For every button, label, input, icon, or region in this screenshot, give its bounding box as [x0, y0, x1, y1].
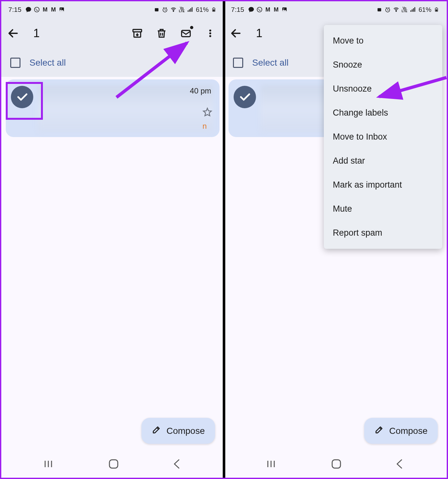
compose-button[interactable]: Compose	[364, 418, 438, 444]
selection-check-icon[interactable]	[234, 86, 256, 108]
svg-rect-3	[155, 8, 158, 11]
svg-rect-12	[213, 9, 215, 11]
svg-rect-9	[192, 7, 193, 12]
svg-rect-13	[133, 29, 142, 32]
email-time: 40 pm	[190, 86, 211, 95]
svg-rect-34	[436, 8, 437, 8]
menu-add-star[interactable]: Add star	[324, 149, 442, 173]
m-icon-2: M	[50, 6, 57, 13]
android-navbar	[1, 451, 224, 478]
svg-rect-31	[413, 8, 414, 12]
svg-rect-6	[188, 11, 188, 12]
gallery-icon	[59, 6, 65, 13]
screenshot-divider	[223, 1, 225, 478]
android-navbar	[224, 451, 447, 478]
chat-icon	[248, 6, 254, 13]
svg-point-25	[283, 8, 284, 9]
wifi-icon	[393, 6, 399, 13]
nav-home-icon[interactable]	[331, 459, 342, 471]
svg-point-28	[396, 11, 397, 12]
nav-recents-icon[interactable]	[267, 459, 277, 470]
email-preview-redacted	[38, 85, 213, 132]
select-all-label: Select all	[252, 58, 289, 68]
gallery-icon	[281, 6, 288, 13]
nav-back-icon[interactable]	[395, 459, 404, 471]
pencil-icon	[374, 425, 384, 437]
svg-rect-8	[190, 8, 191, 12]
select-all-label: Select all	[29, 58, 66, 68]
whatsapp-icon	[34, 6, 40, 13]
svg-point-0	[34, 7, 39, 12]
card-icon	[376, 6, 383, 13]
overflow-menu: Move to Snooze Unsnooze Change labels Mo…	[324, 25, 442, 249]
menu-unsnooze[interactable]: Unsnooze	[324, 77, 442, 101]
status-time: 7:15	[231, 6, 244, 13]
email-orange-text: n	[203, 122, 207, 131]
selection-toolbar: 1	[1, 18, 224, 49]
svg-point-16	[209, 32, 211, 34]
svg-rect-32	[414, 7, 415, 12]
nav-home-icon[interactable]	[108, 459, 119, 471]
chat-icon	[25, 6, 32, 13]
menu-mute[interactable]: Mute	[324, 197, 442, 221]
svg-rect-35	[436, 9, 437, 11]
volte-icon: VoLTE	[401, 6, 408, 13]
m-icon-1: M	[42, 6, 48, 13]
battery-percent: 61%	[196, 6, 209, 13]
svg-rect-39	[332, 460, 340, 468]
signal-icon	[410, 6, 416, 13]
svg-point-5	[173, 11, 174, 12]
phone-left: 7:15 M M VoLTE	[1, 1, 224, 478]
mark-unread-icon[interactable]	[180, 27, 192, 39]
status-bar: 7:15 M M VoLTE	[1, 1, 224, 18]
svg-point-15	[209, 29, 211, 31]
nav-back-icon[interactable]	[172, 459, 181, 471]
svg-point-23	[257, 7, 262, 12]
battery-percent: 61%	[419, 6, 431, 13]
overflow-menu-icon[interactable]	[204, 27, 216, 39]
battery-icon	[433, 6, 440, 13]
phone-right: 7:15 M M VoLTE	[224, 1, 447, 478]
select-all-checkbox[interactable]	[10, 58, 20, 68]
compose-label: Compose	[389, 426, 428, 436]
star-icon[interactable]	[202, 107, 212, 118]
menu-report-spam[interactable]: Report spam	[324, 221, 442, 245]
menu-mark-important[interactable]: Mark as important	[324, 173, 442, 197]
svg-rect-21	[109, 460, 118, 468]
back-icon[interactable]	[7, 27, 19, 39]
card-icon	[154, 6, 160, 13]
svg-rect-7	[189, 9, 190, 12]
back-icon[interactable]	[230, 27, 242, 39]
svg-rect-11	[213, 8, 214, 8]
select-all-row[interactable]: Select all	[1, 49, 224, 77]
m-icon-1: M	[265, 6, 271, 13]
select-all-checkbox[interactable]	[233, 58, 243, 68]
archive-icon[interactable]	[131, 27, 143, 39]
whatsapp-icon	[256, 6, 263, 13]
signal-icon	[187, 6, 193, 13]
status-bar: 7:15 M M VoLTE	[224, 1, 447, 18]
alarm-icon	[385, 6, 391, 13]
menu-move-to[interactable]: Move to	[324, 29, 442, 53]
battery-icon	[211, 6, 217, 13]
menu-move-to-inbox[interactable]: Move to Inbox	[324, 125, 442, 149]
svg-rect-26	[378, 8, 381, 11]
volte-icon: VoLTE	[179, 6, 185, 13]
compose-button[interactable]: Compose	[141, 418, 215, 444]
alarm-icon	[162, 6, 168, 13]
annotation-highlight	[6, 82, 43, 120]
svg-rect-30	[412, 9, 413, 12]
svg-point-2	[60, 8, 61, 9]
menu-change-labels[interactable]: Change labels	[324, 101, 442, 125]
compose-label: Compose	[166, 426, 205, 436]
menu-snooze[interactable]: Snooze	[324, 53, 442, 77]
svg-rect-14	[182, 30, 190, 37]
m-icon-2: M	[273, 6, 279, 13]
nav-recents-icon[interactable]	[44, 459, 55, 470]
svg-point-17	[209, 35, 211, 37]
wifi-icon	[170, 6, 177, 13]
svg-rect-29	[410, 11, 411, 12]
selection-count: 1	[31, 27, 131, 40]
delete-icon[interactable]	[156, 27, 168, 39]
pencil-icon	[152, 425, 161, 437]
